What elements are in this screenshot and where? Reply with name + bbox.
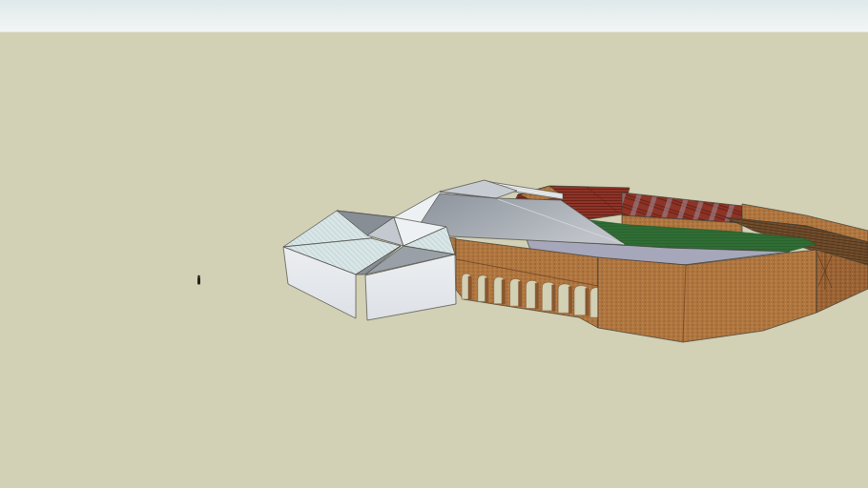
arch-jamb bbox=[552, 285, 555, 311]
arch-jamb bbox=[568, 287, 571, 314]
sky bbox=[0, 0, 868, 32]
scale-figure[interactable] bbox=[197, 275, 200, 285]
arch-jamb bbox=[468, 276, 471, 299]
arch-jamb bbox=[535, 283, 538, 308]
figure-body bbox=[197, 277, 200, 285]
arch-jamb bbox=[486, 278, 488, 302]
arch-jamb bbox=[502, 280, 505, 304]
arch-jamb bbox=[586, 289, 589, 315]
arch-jamb bbox=[519, 281, 522, 306]
figure-head bbox=[197, 275, 200, 278]
arch-opening bbox=[590, 287, 598, 317]
model-viewport[interactable] bbox=[0, 0, 868, 488]
